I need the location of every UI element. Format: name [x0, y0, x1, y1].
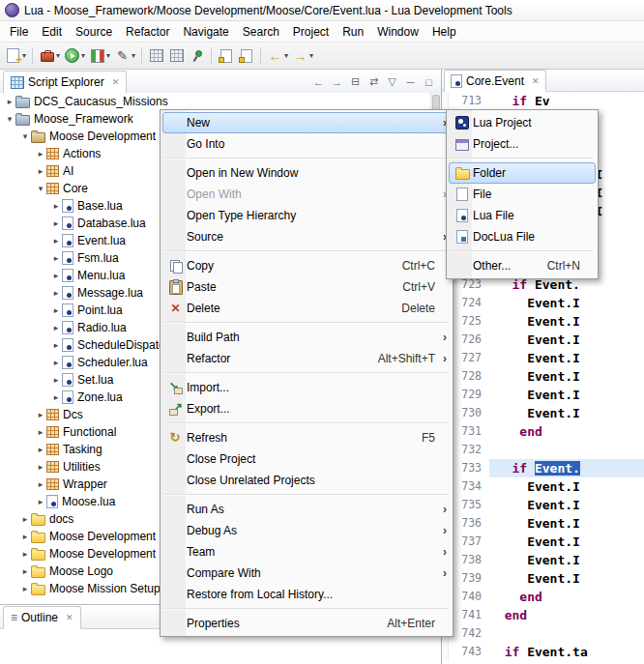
expand-collapsed-icon[interactable]: ▸ — [50, 249, 62, 267]
code-line-741[interactable]: 741 end — [442, 606, 644, 624]
close-icon[interactable]: ✕ — [112, 77, 120, 87]
expand-collapsed-icon[interactable]: ▸ — [35, 423, 46, 441]
code-line-731[interactable]: 731 end — [442, 422, 644, 441]
back-history-button[interactable]: ▾ — [265, 45, 290, 67]
expand-collapsed-icon[interactable]: ▸ — [19, 545, 31, 563]
expand-collapsed-icon[interactable]: ▸ — [50, 284, 62, 302]
context-menu-item-open-type-hierarchy[interactable]: Open Type Hierarchy — [162, 205, 451, 226]
expand-expanded-icon[interactable]: ▾ — [4, 110, 15, 128]
expand-collapsed-icon[interactable]: ▸ — [19, 510, 31, 528]
code-line-734[interactable]: 734 Event.I — [442, 477, 644, 496]
code-line-729[interactable]: 729 Event.I — [442, 386, 644, 404]
expand-expanded-icon[interactable]: ▾ — [19, 128, 31, 145]
menubar-item-refactor[interactable]: Refactor — [119, 23, 176, 41]
submenu-item-file[interactable]: File — [449, 184, 596, 205]
context-menu-item-close-unrelated-projects[interactable]: Close Unrelated Projects — [162, 470, 451, 491]
menubar-item-search[interactable]: Search — [236, 23, 286, 41]
expand-collapsed-icon[interactable]: ▸ — [35, 145, 46, 162]
context-menu-item-open-with[interactable]: Open With› — [162, 184, 451, 205]
context-menu-item-refresh[interactable]: RefreshF5 — [162, 427, 451, 448]
pin-editor-button[interactable] — [187, 45, 207, 67]
submenu-item-folder[interactable]: Folder — [449, 162, 596, 184]
link-with-editor-icon[interactable]: ⇄ — [366, 74, 382, 89]
expand-collapsed-icon[interactable]: ▸ — [50, 232, 62, 249]
context-menu-item-team[interactable]: Team› — [162, 541, 451, 563]
expand-collapsed-icon[interactable]: ▸ — [35, 406, 46, 423]
submenu-item-other[interactable]: Other...Ctrl+N — [449, 255, 596, 276]
submenu-item-lua-project[interactable]: Lua Project — [449, 112, 596, 133]
context-menu-item-export[interactable]: Export... — [162, 398, 451, 419]
expand-collapsed-icon[interactable]: ▸ — [50, 302, 62, 319]
expand-collapsed-icon[interactable]: ▸ — [50, 389, 62, 406]
expand-collapsed-icon[interactable]: ▸ — [50, 267, 62, 284]
forward-history-button[interactable]: ▾ — [290, 45, 315, 67]
expand-collapsed-icon[interactable]: ▸ — [19, 528, 31, 545]
menubar-item-run[interactable]: Run — [336, 23, 370, 41]
code-line-730[interactable]: 730 Event.I — [442, 404, 644, 422]
code-line-732[interactable]: 732 — [442, 441, 644, 459]
collapse-all-icon[interactable]: ⊟ — [347, 74, 364, 89]
context-menu-item-compare-with[interactable]: Compare With› — [162, 563, 451, 584]
code-line-742[interactable]: 742 — [442, 624, 644, 643]
code-line-724[interactable]: 724 Event.I — [442, 294, 644, 312]
next-edit-location-button[interactable] — [236, 45, 256, 67]
expand-collapsed-icon[interactable]: ▸ — [50, 336, 62, 354]
expand-expanded-icon[interactable]: ▾ — [35, 180, 46, 197]
expand-collapsed-icon[interactable]: ▸ — [50, 354, 62, 371]
expand-collapsed-icon[interactable]: ▸ — [35, 493, 46, 510]
expand-collapsed-icon[interactable]: ▸ — [50, 215, 62, 232]
menubar-item-navigate[interactable]: Navigate — [176, 23, 235, 41]
context-menu-item-copy[interactable]: CopyCtrl+C — [162, 255, 451, 276]
code-line-728[interactable]: 728 Event.I — [442, 367, 644, 386]
expand-collapsed-icon[interactable]: ▸ — [4, 93, 15, 110]
expand-collapsed-icon[interactable]: ▸ — [50, 197, 62, 215]
context-menu-item-delete[interactable]: DeleteDelete — [162, 298, 451, 319]
expand-collapsed-icon[interactable]: ▸ — [50, 319, 62, 336]
tab-script-explorer[interactable]: Script Explorer ✕ — [3, 71, 127, 94]
expand-collapsed-icon[interactable]: ▸ — [35, 441, 46, 458]
context-menu-item-build-path[interactable]: Build Path› — [162, 327, 451, 348]
close-icon[interactable]: ✕ — [532, 76, 540, 86]
new-wizard-button[interactable]: ▾ — [3, 45, 28, 67]
title-bar[interactable]: Lua - Moose_Framework/Moose Development/… — [0, 0, 644, 21]
code-line-733[interactable]: 733 if Event. — [442, 459, 644, 477]
code-line-738[interactable]: 738 Event.I — [442, 551, 644, 569]
context-menu-item-properties[interactable]: PropertiesAlt+Enter — [162, 613, 451, 634]
show-grid-button[interactable] — [166, 45, 187, 67]
view-menu-icon[interactable]: ▽ — [384, 74, 400, 89]
context-menu-item-source[interactable]: Source› — [162, 226, 451, 247]
maximize-icon[interactable]: □ — [421, 74, 437, 89]
forward-icon[interactable]: → — [329, 74, 345, 89]
open-table-button[interactable] — [146, 45, 166, 67]
tab-outline[interactable]: ≡ Outline ✕ — [3, 606, 81, 629]
code-line-736[interactable]: 736 Event.I — [442, 514, 644, 533]
expand-collapsed-icon[interactable]: ▸ — [35, 476, 46, 493]
menubar-item-edit[interactable]: Edit — [35, 23, 69, 41]
menubar-item-source[interactable]: Source — [69, 23, 119, 41]
context-menu-item-close-project[interactable]: Close Project — [162, 448, 451, 470]
code-line-726[interactable]: 726 Event.I — [442, 331, 644, 349]
expand-collapsed-icon[interactable]: ▸ — [50, 371, 62, 389]
submenu-item-doclua-file[interactable]: DocLua File — [449, 226, 596, 247]
tree-item-dcs-caucasus-missions[interactable]: ▸DCS_Caucasus_Missions — [0, 93, 431, 110]
context-menu-item-run-as[interactable]: Run As› — [162, 499, 451, 520]
menubar-item-window[interactable]: Window — [370, 23, 425, 41]
expand-collapsed-icon[interactable]: ▸ — [19, 563, 31, 580]
context-menu-item-paste[interactable]: PasteCtrl+V — [162, 276, 451, 298]
menubar-item-project[interactable]: Project — [286, 23, 336, 41]
code-line-713[interactable]: 713 if Ev — [442, 92, 644, 110]
context-menu-item-refactor[interactable]: RefactorAlt+Shift+T› — [162, 348, 451, 369]
run-button[interactable]: ▾ — [62, 45, 87, 67]
context-menu-item-go-into[interactable]: Go Into — [162, 133, 451, 155]
code-line-739[interactable]: 739 Event.I — [442, 569, 644, 588]
menubar-item-file[interactable]: File — [3, 23, 35, 41]
code-line-735[interactable]: 735 Event.I — [442, 496, 644, 514]
expand-collapsed-icon[interactable]: ▸ — [35, 162, 46, 180]
submenu-item-project[interactable]: Project... — [449, 133, 596, 155]
last-edit-location-button[interactable] — [216, 45, 236, 67]
close-icon[interactable]: ✕ — [66, 613, 73, 622]
code-line-727[interactable]: 727 Event.I — [442, 349, 644, 367]
code-line-725[interactable]: 725 Event.I — [442, 312, 644, 331]
markers-button[interactable]: ▾ — [112, 45, 137, 67]
tab-core-event[interactable]: Core.Event ✕ — [444, 70, 546, 92]
